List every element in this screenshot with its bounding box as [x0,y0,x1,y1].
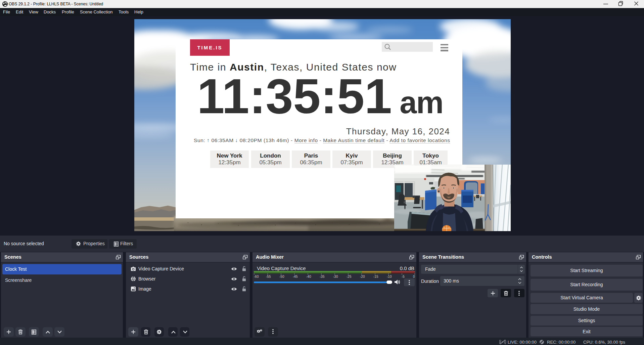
svg-text:-25: -25 [347,275,352,278]
svg-text:-30: -30 [333,275,338,278]
svg-text:-35: -35 [320,275,325,278]
svg-text:-15: -15 [373,275,378,278]
svg-text:-10: -10 [387,275,392,278]
svg-text:-60: -60 [254,275,259,278]
svg-text:-5: -5 [402,275,405,278]
svg-text:0: 0 [413,275,415,278]
svg-text:-55: -55 [266,275,271,278]
svg-text:-50: -50 [279,275,284,278]
svg-text:-45: -45 [293,275,298,278]
svg-text:-20: -20 [360,275,365,278]
svg-text:-40: -40 [306,275,311,278]
